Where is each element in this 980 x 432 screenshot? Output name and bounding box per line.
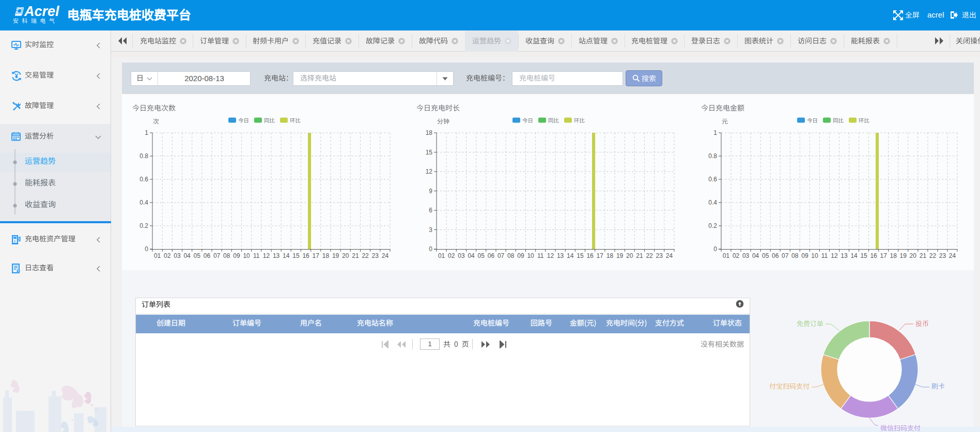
svg-text:17: 17 [880, 252, 888, 259]
svg-text:1: 1 [713, 129, 717, 136]
svg-text:22: 22 [362, 252, 369, 259]
svg-text:15: 15 [860, 252, 867, 259]
svg-text:0: 0 [429, 245, 432, 253]
svg-text:14: 14 [850, 252, 858, 259]
svg-text:14: 14 [283, 252, 290, 259]
svg-text:0: 0 [145, 245, 148, 253]
svg-text:17: 17 [597, 252, 604, 259]
svg-text:13: 13 [273, 252, 280, 259]
svg-text:19: 19 [616, 252, 624, 259]
svg-text:18: 18 [890, 252, 897, 259]
svg-text:02: 02 [164, 252, 171, 259]
svg-text:08: 08 [223, 252, 230, 259]
svg-text:10: 10 [527, 252, 534, 259]
svg-text:23: 23 [656, 252, 663, 259]
svg-text:08: 08 [507, 252, 515, 259]
svg-text:0.4: 0.4 [139, 199, 148, 206]
svg-text:1: 1 [145, 129, 148, 136]
svg-text:07: 07 [497, 252, 505, 259]
svg-text:01: 01 [438, 252, 445, 259]
svg-text:6: 6 [429, 207, 432, 214]
svg-text:21: 21 [920, 252, 927, 259]
svg-text:12: 12 [426, 168, 433, 175]
svg-text:21: 21 [352, 252, 359, 259]
svg-text:24: 24 [382, 252, 389, 259]
svg-text:14: 14 [567, 252, 574, 259]
svg-text:0.6: 0.6 [139, 176, 148, 183]
svg-text:10: 10 [243, 252, 250, 259]
svg-text:13: 13 [841, 252, 848, 259]
svg-text:05: 05 [194, 252, 201, 259]
svg-text:17: 17 [313, 252, 320, 259]
svg-text:20: 20 [342, 252, 349, 259]
svg-text:03: 03 [458, 252, 465, 259]
svg-text:04: 04 [468, 252, 475, 259]
svg-text:3: 3 [429, 226, 432, 234]
svg-text:18: 18 [322, 252, 330, 259]
svg-text:0.2: 0.2 [139, 222, 148, 229]
svg-text:23: 23 [372, 252, 379, 259]
svg-text:02: 02 [733, 252, 740, 259]
svg-text:16: 16 [302, 252, 309, 259]
svg-text:05: 05 [762, 252, 769, 259]
svg-text:11: 11 [253, 252, 260, 259]
svg-text:22: 22 [646, 252, 653, 259]
svg-text:0: 0 [713, 245, 717, 253]
svg-text:0.8: 0.8 [139, 152, 148, 160]
svg-text:06: 06 [488, 252, 495, 259]
svg-text:01: 01 [723, 252, 730, 259]
svg-text:11: 11 [821, 252, 828, 259]
svg-text:02: 02 [448, 252, 455, 259]
svg-text:04: 04 [752, 252, 759, 259]
svg-text:16: 16 [870, 252, 877, 259]
svg-text:16: 16 [586, 252, 594, 259]
svg-text:18: 18 [606, 252, 614, 259]
svg-text:19: 19 [900, 252, 907, 259]
svg-text:19: 19 [332, 252, 339, 259]
svg-text:15: 15 [577, 252, 584, 259]
svg-text:15: 15 [426, 149, 433, 156]
svg-text:08: 08 [791, 252, 799, 259]
svg-text:23: 23 [939, 252, 946, 259]
svg-text:20: 20 [910, 252, 917, 259]
svg-text:07: 07 [782, 252, 789, 259]
svg-text:09: 09 [233, 252, 240, 259]
svg-text:24: 24 [949, 252, 956, 259]
svg-text:12: 12 [547, 252, 554, 259]
svg-text:04: 04 [183, 252, 191, 259]
svg-text:10: 10 [811, 252, 818, 259]
svg-text:12: 12 [263, 252, 270, 259]
svg-text:18: 18 [426, 129, 433, 136]
svg-text:11: 11 [537, 252, 544, 259]
svg-text:0.4: 0.4 [708, 199, 717, 206]
svg-text:05: 05 [478, 252, 485, 259]
svg-text:0.2: 0.2 [708, 222, 717, 229]
svg-text:9: 9 [429, 188, 432, 195]
svg-text:01: 01 [154, 252, 161, 259]
svg-text:0.6: 0.6 [708, 176, 717, 183]
svg-text:13: 13 [557, 252, 564, 259]
svg-text:12: 12 [831, 252, 838, 259]
svg-text:09: 09 [517, 252, 524, 259]
svg-text:24: 24 [666, 252, 673, 259]
svg-text:06: 06 [772, 252, 779, 259]
svg-text:03: 03 [742, 252, 750, 259]
svg-text:22: 22 [929, 252, 937, 259]
svg-text:07: 07 [213, 252, 221, 259]
svg-text:20: 20 [626, 252, 633, 259]
svg-text:09: 09 [801, 252, 808, 259]
svg-text:03: 03 [174, 252, 181, 259]
svg-text:06: 06 [204, 252, 211, 259]
svg-text:15: 15 [292, 252, 300, 259]
svg-text:0.8: 0.8 [708, 152, 717, 160]
svg-text:21: 21 [636, 252, 643, 259]
